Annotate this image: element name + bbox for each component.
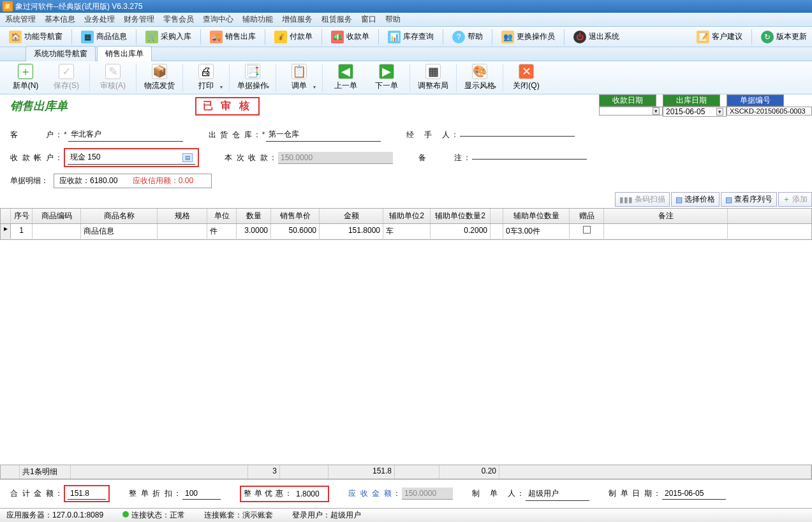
dropdown-icon[interactable]: ▾ <box>494 84 496 90</box>
menu-business[interactable]: 业务处理 <box>84 14 115 25</box>
main-toolbar: 🏠功能导航窗 ▦商品信息 🛒采购入库 🚚销售出库 💰付款单 💵收款单 📊库存查询… <box>0 27 812 47</box>
discount-input[interactable]: 100 <box>182 488 221 500</box>
out-date-field[interactable]: 2015-06-05▾ <box>663 107 727 117</box>
col-unit[interactable]: 单位 <box>207 209 237 223</box>
status-conn: 连接状态：正常 <box>122 510 185 521</box>
ship-button[interactable]: 📦物流发货 <box>139 61 180 94</box>
menu-query[interactable]: 查询中心 <box>203 14 233 25</box>
next-button[interactable]: ▶下一单 <box>366 61 407 94</box>
docnum-label: 单据编号 <box>727 94 784 107</box>
account-input[interactable]: 现金 150 ▤ <box>68 151 195 165</box>
this-recv-field: 本次收款： 150.0000 <box>225 152 393 164</box>
suggest-button[interactable]: 📝客户建议 <box>691 29 748 45</box>
chevron-down-icon[interactable]: ▾ <box>653 107 660 115</box>
docop-button[interactable]: 📑单据操作▾ <box>232 61 273 94</box>
col-gift[interactable]: 赠品 <box>570 209 604 223</box>
col-aux2qty[interactable]: 辅助单位数量2 <box>431 209 491 223</box>
header-row: 销售出库单 已 审 核 收款日期 ▾ 出库日期 2015-06-05▾ 单据编号… <box>0 94 812 117</box>
status-user: 登录用户：超级用户 <box>292 510 361 521</box>
menu-retail[interactable]: 零售会员 <box>163 14 194 25</box>
menu-vas[interactable]: 增值服务 <box>282 14 313 25</box>
switch-user-button[interactable]: 👥更换操作员 <box>496 29 560 45</box>
pay-icon: 💰 <box>274 31 287 43</box>
col-code[interactable]: 商品编码 <box>33 209 81 223</box>
goods-button[interactable]: ▦商品信息 <box>76 29 132 45</box>
col-auxqty[interactable]: 辅助单位数量 <box>503 209 570 223</box>
col-price[interactable]: 销售单价 <box>271 209 320 223</box>
table-row[interactable]: ▸ 1 商品信息 件 3.0000 50.6000 151.8000 车 0.2… <box>1 224 811 239</box>
menu-window[interactable]: 窗口 <box>361 14 376 25</box>
handler-input[interactable] <box>460 133 575 137</box>
dropdown-icon[interactable]: ▾ <box>313 84 316 90</box>
warehouse-field: 出货仓库：* 第一仓库 <box>209 128 381 142</box>
new-button[interactable]: ＋新单(N) <box>5 61 46 94</box>
detail-box: 应收款：6180.00 应收信用额：0.00 <box>54 174 212 188</box>
maker-field: 超级用户 <box>526 487 589 501</box>
help-button[interactable]: ?帮助 <box>447 29 488 45</box>
print-button[interactable]: 🖨打印▾ <box>186 61 226 94</box>
close-button[interactable]: ✕关闭(Q) <box>506 61 547 94</box>
purchase-button[interactable]: 🛒采购入库 <box>140 29 196 45</box>
ship-icon: 📦 <box>152 64 167 79</box>
warehouse-input[interactable]: 第一仓库 <box>266 128 381 142</box>
sales-button[interactable]: 🚚销售出库 <box>205 29 261 45</box>
plus-icon: ＋ <box>783 194 790 205</box>
stock-button[interactable]: 📊库存查询 <box>383 29 439 45</box>
summary-count: 共1条明细 <box>20 465 71 479</box>
menu-system[interactable]: 系统管理 <box>5 14 36 25</box>
col-seq[interactable]: 序号 <box>11 209 33 223</box>
fetch-icon: 📋 <box>292 64 307 79</box>
doc-toolbar: ＋新单(N) ✓保存(S) ✎审核(A) 📦物流发货 🖨打印▾ 📑单据操作▾ 📋… <box>0 61 812 94</box>
col-remark[interactable]: 备注 <box>604 209 728 223</box>
style-icon: 🎨 <box>472 64 487 79</box>
receipt-date-field[interactable]: ▾ <box>599 107 663 116</box>
menu-aux[interactable]: 辅助功能 <box>242 14 273 25</box>
prev-button[interactable]: ◀上一单 <box>325 61 366 94</box>
col-blank[interactable] <box>491 209 503 223</box>
docnum-field: XSCKD-20150605-0003 <box>727 107 812 116</box>
exit-button[interactable]: ⏻退出系统 <box>568 29 624 45</box>
user-icon: 👥 <box>501 31 514 43</box>
dropdown-icon[interactable]: ▾ <box>220 84 223 90</box>
tab-nav[interactable]: 系统功能导航窗 <box>26 46 96 61</box>
tab-sales-out[interactable]: 销售出库单 <box>97 46 152 61</box>
summary-bar: 共1条明细 3 151.8 0.20 <box>0 465 812 479</box>
barcode-button: ▮▮▮条码扫描 <box>615 192 670 207</box>
col-spec[interactable]: 规格 <box>158 209 207 223</box>
style-button[interactable]: 🎨显示风格▾ <box>459 61 500 94</box>
app-title: 象过河软件--经典版(试用版) V6.3.275 <box>15 1 142 12</box>
menu-finance[interactable]: 财务管理 <box>124 14 154 25</box>
audit-stamp: 已 审 核 <box>195 97 260 116</box>
col-aux2[interactable]: 辅助单位2 <box>383 209 431 223</box>
layout-button[interactable]: ▦调整布局 <box>413 61 454 94</box>
col-qty[interactable]: 数量 <box>237 209 271 223</box>
fetch-button[interactable]: 📋调单▾ <box>279 61 320 94</box>
pay-button[interactable]: 💰付款单 <box>269 29 318 45</box>
menu-lease[interactable]: 租赁服务 <box>321 14 352 25</box>
summary-amount: 151.8 <box>328 465 395 479</box>
receive-button[interactable]: 💵收款单 <box>326 29 374 45</box>
chevron-down-icon[interactable]: ▾ <box>716 108 723 116</box>
document-tabs: 系统功能导航窗 销售出库单 <box>0 47 812 61</box>
remark-input[interactable] <box>472 156 587 160</box>
update-button[interactable]: ↻版本更新 <box>756 29 812 45</box>
receipt-date-label: 收款日期 <box>599 94 656 107</box>
col-name[interactable]: 商品名称 <box>81 209 158 223</box>
serial-button[interactable]: ▤查看序列号 <box>721 192 777 207</box>
menu-basic[interactable]: 基本信息 <box>45 14 75 25</box>
lookup-icon[interactable]: ▤ <box>182 153 193 162</box>
menu-help[interactable]: 帮助 <box>385 14 401 25</box>
refresh-icon: ↻ <box>761 31 774 43</box>
summary-qty: 3 <box>248 465 280 479</box>
dropdown-icon[interactable]: ▾ <box>267 84 269 90</box>
close-icon: ✕ <box>519 64 534 79</box>
audit-button: ✎审核(A) <box>92 61 133 94</box>
barcode-icon: ▮▮▮ <box>619 195 633 204</box>
col-amount[interactable]: 金额 <box>320 209 383 223</box>
coupon-input[interactable]: 1.8000 <box>293 488 325 500</box>
price-button[interactable]: ▤选择价格 <box>671 192 720 207</box>
customer-field: 客 户：* 华北客户 <box>10 128 183 142</box>
nav-button[interactable]: 🏠功能导航窗 <box>4 29 68 45</box>
customer-input[interactable]: 华北客户 <box>68 128 183 142</box>
gift-checkbox[interactable] <box>570 224 604 239</box>
